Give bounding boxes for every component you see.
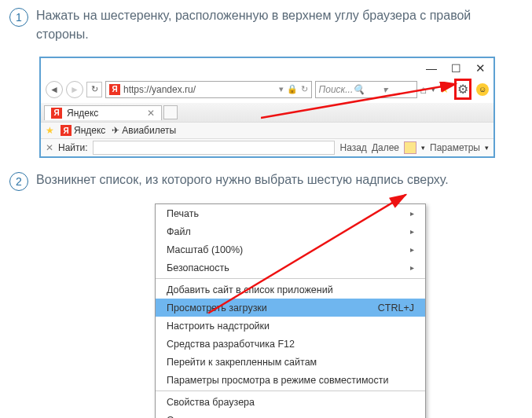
- close-button[interactable]: ✕: [475, 61, 486, 75]
- find-params[interactable]: Параметры: [430, 142, 480, 153]
- search-input[interactable]: Поиск...: [319, 84, 354, 95]
- minimize-button[interactable]: —: [426, 62, 437, 75]
- bookmark-avia[interactable]: ✈Авиабилеты: [112, 125, 176, 136]
- step-1-text: Нажать на шестеренку, расположенную в ве…: [36, 6, 523, 44]
- gear-icon[interactable]: ⚙: [457, 82, 468, 96]
- new-tab-button[interactable]: [163, 105, 178, 119]
- menu-addons[interactable]: Настроить надстройки: [156, 317, 425, 335]
- menu-file[interactable]: Файл▸: [156, 222, 425, 240]
- back-button[interactable]: ◄: [46, 81, 63, 98]
- step-2-number: 2: [9, 172, 28, 191]
- menu-safety[interactable]: Безопасность▸: [156, 258, 425, 277]
- tab-close-icon[interactable]: ✕: [147, 108, 155, 119]
- smiley-icon: ☺: [476, 83, 489, 96]
- maximize-button[interactable]: ☐: [451, 62, 461, 75]
- refresh-button[interactable]: ↻: [86, 82, 102, 97]
- settings-menu: Печать▸ Файл▸ Масштаб (100%)▸ Безопаснос…: [155, 204, 426, 418]
- menu-pinned[interactable]: Перейти к закрепленным сайтам: [156, 353, 425, 371]
- find-back[interactable]: Назад: [339, 142, 366, 153]
- search-icon[interactable]: 🔍: [353, 84, 383, 95]
- step-2-text: Возникнет список, из которого нужно выбр…: [36, 170, 449, 191]
- favorites-icon[interactable]: ★: [440, 83, 449, 95]
- tab-favicon: Я: [51, 108, 62, 119]
- site-icon: Я: [109, 84, 120, 95]
- bookmarks-star-icon: ★: [46, 125, 54, 136]
- step-1-number: 1: [9, 8, 28, 27]
- tab-title: Яндекс: [67, 108, 98, 119]
- forward-button[interactable]: ►: [66, 81, 83, 98]
- browser-window: — ☐ ✕ ◄ ► ↻ Я https://yandex.ru/ ▾ 🔒 ↻ П…: [39, 57, 495, 158]
- highlight-icon[interactable]: [404, 141, 416, 154]
- findbar-label: Найти:: [58, 142, 88, 153]
- find-input[interactable]: [93, 141, 336, 155]
- menu-about[interactable]: О программе: [156, 411, 425, 418]
- menu-compat[interactable]: Параметры просмотра в режиме совместимос…: [156, 371, 425, 389]
- bookmark-yandex[interactable]: ЯЯндекс: [61, 125, 105, 136]
- findbar-close-icon[interactable]: ✕: [46, 142, 53, 153]
- address-bar[interactable]: https://yandex.ru/: [123, 84, 276, 95]
- menu-devtools[interactable]: Средства разработчика F12: [156, 335, 425, 353]
- find-next[interactable]: Далее: [372, 142, 399, 153]
- menu-add-site[interactable]: Добавить сайт в список приложений: [156, 280, 425, 299]
- home-icon[interactable]: ⌂: [420, 83, 427, 96]
- browser-tab[interactable]: Я Яндекс ✕: [44, 105, 162, 120]
- menu-props[interactable]: Свойства браузера: [156, 393, 425, 411]
- lock-icon: 🔒: [287, 84, 298, 94]
- settings-highlight: ⚙: [454, 79, 471, 100]
- menu-zoom[interactable]: Масштаб (100%)▸: [156, 240, 425, 258]
- menu-downloads[interactable]: Просмотреть загрузкиCTRL+J: [156, 299, 425, 317]
- menu-print[interactable]: Печать▸: [156, 204, 425, 222]
